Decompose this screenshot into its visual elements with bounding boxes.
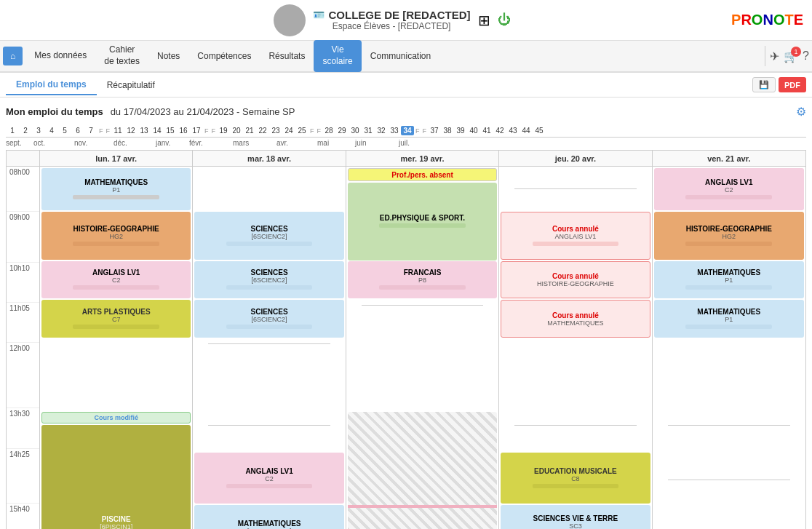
course-fri-anglais[interactable]: ANGLAIS LV1 C2: [654, 168, 804, 210]
nav-resultats[interactable]: Résultats: [260, 47, 314, 65]
week-7[interactable]: 7: [84, 126, 97, 135]
week-12[interactable]: 12: [124, 126, 138, 135]
course-tue-maths[interactable]: MATHEMATIQUES [603MATHS_1]: [194, 505, 343, 529]
week-6[interactable]: 6: [71, 126, 84, 135]
course-subject: SCIENCES VIE & TERRE: [503, 514, 647, 522]
course-thu-annule-anglais[interactable]: Cours annulé ANGLAIS LV1: [501, 212, 650, 260]
nav-communication[interactable]: Communication: [362, 47, 439, 65]
week-2[interactable]: 2: [19, 126, 32, 135]
course-room: C8: [503, 475, 647, 482]
course-mon-histgeo[interactable]: HISTOIRE-GEOGRAPHIE HG2: [41, 212, 191, 260]
week-44[interactable]: 44: [520, 126, 533, 135]
week-22[interactable]: 22: [256, 126, 269, 135]
week-33[interactable]: 33: [388, 126, 401, 135]
week-39[interactable]: 39: [454, 126, 467, 135]
week-5[interactable]: 5: [58, 126, 71, 135]
nav-vie-scolaire[interactable]: Viescolaire: [314, 40, 361, 71]
messages-button[interactable]: 🛒 1: [784, 49, 798, 63]
course-mon-anglais[interactable]: ANGLAIS LV1 C2: [41, 261, 191, 298]
tue-empty-1: [208, 343, 330, 344]
week-41[interactable]: 41: [480, 126, 493, 135]
week-21[interactable]: 21: [243, 126, 256, 135]
week-43[interactable]: 43: [506, 126, 520, 135]
week-19[interactable]: 19: [217, 126, 230, 135]
week-13[interactable]: 13: [138, 126, 151, 135]
course-subject: ARTS PLASTIQUES: [44, 308, 188, 316]
day-monday: lun. 17 avr. MATHEMATIQUES P1 HISTOIRE-G…: [40, 151, 193, 529]
course-teacher: [226, 325, 312, 329]
course-room: C2: [44, 277, 188, 284]
week-45[interactable]: 45: [533, 126, 546, 135]
week-15[interactable]: 15: [164, 126, 177, 135]
course-fri-maths-1[interactable]: MATHEMATIQUES P1: [654, 261, 804, 298]
course-thu-svt[interactable]: SCIENCES VIE & TERRE SC3: [501, 505, 650, 529]
course-mon-maths-1[interactable]: MATHEMATIQUES P1: [41, 168, 191, 210]
fri-empty-1: [668, 425, 790, 426]
course-tue-sciences-1[interactable]: SCIENCES [6SCIENC2]: [194, 212, 343, 260]
week-31[interactable]: 31: [362, 126, 375, 135]
qr-icon[interactable]: ⊞: [478, 12, 490, 29]
course-teacher: [533, 484, 618, 488]
week-30[interactable]: 30: [349, 126, 362, 135]
course-thu-annule-histgeo[interactable]: Cours annulé HISTOIRE-GEOGRAPHIE: [501, 261, 650, 298]
course-fri-maths-2[interactable]: MATHEMATIQUES P1: [654, 300, 804, 338]
nav-competences[interactable]: Compétences: [188, 47, 260, 65]
week-17[interactable]: 17: [190, 126, 203, 135]
tab-emploi-du-temps[interactable]: Emploi du temps: [6, 75, 97, 95]
week-38[interactable]: 38: [441, 126, 454, 135]
power-icon[interactable]: ⏻: [498, 12, 511, 28]
course-room: C2: [657, 186, 801, 194]
settings-gear-icon[interactable]: ⚙: [796, 105, 806, 119]
course-thu-annule-maths[interactable]: Cours annulé MATHEMATIQUES: [501, 300, 650, 338]
save-button[interactable]: 💾: [752, 77, 776, 92]
course-fri-histgeo[interactable]: HISTOIRE-GEOGRAPHIE HG2: [654, 212, 804, 260]
days-container: lun. 17 avr. MATHEMATIQUES P1 HISTOIRE-G…: [40, 151, 805, 529]
help-button[interactable]: ?: [803, 49, 809, 63]
week-1[interactable]: 1: [6, 126, 19, 135]
nav-notes[interactable]: Notes: [148, 47, 188, 65]
week-24[interactable]: 24: [282, 126, 295, 135]
week-28[interactable]: 28: [322, 126, 335, 135]
week-20[interactable]: 20: [230, 126, 243, 135]
school-info: 🪪 COLLEGE DE [REDACTED] Espace Élèves - …: [52, 4, 731, 36]
week-34[interactable]: 34: [401, 126, 414, 135]
pdf-button[interactable]: PDF: [779, 77, 806, 92]
course-room: [6PISCIN1]: [44, 523, 188, 530]
course-tue-sciences-3[interactable]: SCIENCES [6SCIENC2]: [194, 300, 343, 338]
week-14[interactable]: 14: [151, 126, 164, 135]
nav-mes-donnees[interactable]: Mes données: [25, 46, 95, 66]
course-room: P1: [657, 316, 801, 323]
course-wed-absent-label[interactable]: Prof./pers. absent: [348, 168, 497, 181]
week-23[interactable]: 23: [269, 126, 282, 135]
course-tue-sciences-2[interactable]: SCIENCES [6SCIENC2]: [194, 261, 343, 298]
tab-recapitulatif[interactable]: Récapitulatif: [97, 76, 165, 95]
week-32[interactable]: 32: [375, 126, 388, 135]
course-thu-education-musicale[interactable]: EDUCATION MUSICALE C8: [501, 453, 650, 504]
course-teacher: [73, 195, 159, 199]
week-40[interactable]: 40: [467, 126, 480, 135]
course-wed-eps[interactable]: ED.PHYSIQUE & SPORT.: [348, 183, 497, 260]
send-button[interactable]: ✈: [770, 49, 779, 63]
week-16[interactable]: 16: [177, 126, 190, 135]
course-mon-piscine[interactable]: PISCINE [6PISCIN1]: [41, 425, 191, 529]
course-room: [6SCIENC2]: [197, 316, 341, 323]
sep-f8: F: [421, 127, 429, 135]
course-room: [6SCIENC2]: [197, 277, 341, 284]
course-subject: ED.PHYSIQUE & SPORT.: [351, 214, 494, 222]
course-mon-cours-modifie[interactable]: Cours modifié: [41, 412, 191, 423]
week-25[interactable]: 25: [295, 126, 309, 135]
week-11[interactable]: 11: [111, 126, 124, 135]
nav-cahier[interactable]: Cahierde textes: [95, 40, 148, 71]
week-3[interactable]: 3: [32, 126, 45, 135]
week-42[interactable]: 42: [493, 126, 506, 135]
sep-f4: F: [210, 127, 218, 135]
week-4[interactable]: 4: [45, 126, 58, 135]
course-wed-francais[interactable]: FRANCAIS P8: [348, 261, 497, 298]
month-dec: déc.: [114, 139, 156, 147]
week-37[interactable]: 37: [428, 126, 441, 135]
course-mon-arts[interactable]: ARTS PLASTIQUES C7: [41, 300, 191, 338]
course-room: P1: [657, 277, 801, 284]
home-button[interactable]: ⌂: [3, 47, 23, 65]
course-tue-anglais[interactable]: ANGLAIS LV1 C2: [194, 453, 343, 504]
week-29[interactable]: 29: [335, 126, 349, 135]
